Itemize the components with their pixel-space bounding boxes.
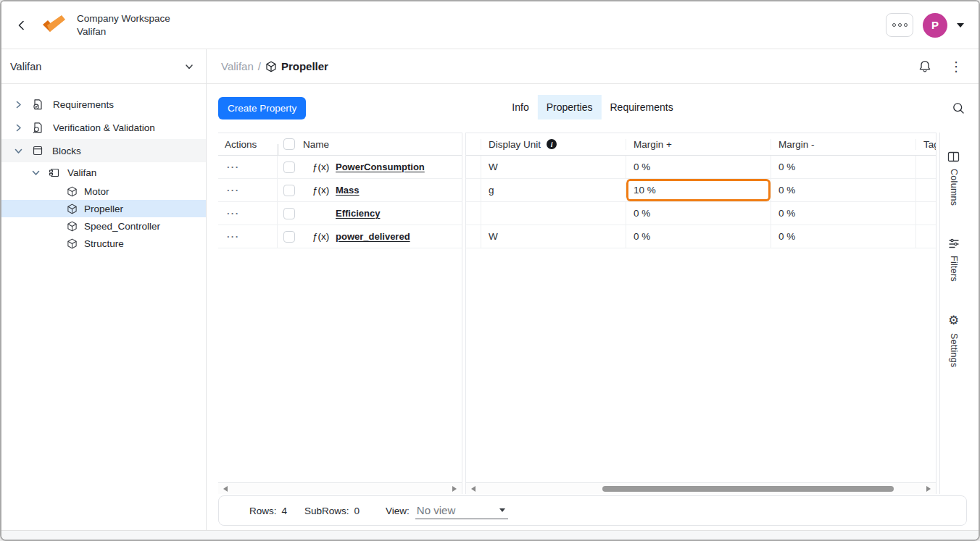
rail-item-label: Settings (949, 333, 959, 368)
row-checkbox[interactable] (283, 208, 295, 219)
margin-plus-cell-highlighted[interactable]: 10 % (626, 179, 771, 201)
valispace-logo-icon (41, 13, 67, 38)
margin-plus-cell[interactable]: 0 % (626, 225, 771, 248)
table-row: ··· ƒ(x) PowerConsumption (218, 156, 462, 179)
view-select-caret-icon (499, 508, 505, 512)
tags-cell[interactable] (915, 179, 937, 201)
sidebar-item-speed-controller[interactable]: Speed_Controller (1, 217, 206, 235)
property-name-link[interactable]: power_delivered (336, 231, 410, 242)
column-header-display-unit[interactable]: Display Unit i (481, 139, 626, 150)
horizontal-scrollbar-left[interactable] (218, 482, 462, 494)
property-name-link[interactable]: PowerConsumption (336, 162, 425, 172)
chevron-down-icon[interactable] (14, 146, 23, 156)
cube-icon (67, 186, 78, 197)
cube-icon (67, 221, 78, 232)
sidebar-item-motor[interactable]: Motor (1, 183, 206, 200)
sidebar-item-propeller[interactable]: Propeller (1, 200, 206, 217)
search-button[interactable] (950, 100, 967, 117)
column-header-name[interactable]: Name (278, 138, 462, 150)
scrollbar-thumb[interactable] (602, 486, 894, 492)
workspace-name: Company Workspace (77, 12, 170, 25)
more-options-button[interactable] (886, 13, 913, 37)
property-name-link[interactable]: Mass (336, 185, 360, 196)
subrows-label: SubRows: (304, 506, 349, 516)
margin-minus-cell[interactable]: 0 % (771, 156, 915, 178)
notifications-bell-icon[interactable] (918, 59, 932, 74)
sidebar-item-label: Propeller (84, 204, 123, 214)
tab-info[interactable]: Info (503, 95, 537, 119)
row-actions-icon[interactable]: ··· (218, 225, 278, 248)
user-menu-caret-icon[interactable] (957, 23, 964, 28)
subrows-count: 0 (354, 506, 360, 516)
breadcrumb-parent[interactable]: Valifan (221, 60, 254, 72)
rail-item-filters[interactable]: Filters (948, 238, 960, 282)
blocks-icon (32, 145, 43, 156)
window-bottom-strip (1, 530, 979, 540)
tab-properties[interactable]: Properties (538, 95, 602, 119)
side-rail: Columns Filters ⚙ Settings (939, 133, 967, 494)
row-actions-icon[interactable]: ··· (218, 156, 278, 178)
workspace-project-name: Valifan (77, 25, 170, 38)
gear-icon: ⚙ (948, 314, 959, 327)
chevron-right-icon[interactable] (14, 123, 23, 133)
row-actions-icon[interactable]: ··· (218, 179, 278, 201)
display-unit-cell[interactable] (481, 202, 626, 225)
table-status-bar: Rows: 4 SubRows: 0 View: No view (218, 495, 967, 526)
display-unit-cell[interactable]: W (481, 225, 626, 248)
row-checkbox[interactable] (283, 231, 295, 243)
table-scroll-pane: Display Unit i Margin + Margin - Tags W … (465, 133, 937, 494)
info-icon[interactable]: i (547, 139, 557, 149)
chevron-right-icon[interactable] (14, 100, 23, 109)
scroll-right-arrow-icon[interactable] (452, 486, 457, 492)
breadcrumb: Valifan / Propeller (221, 60, 328, 72)
formula-icon: ƒ(x) (312, 162, 336, 172)
sidebar-item-label: Valifan (67, 167, 96, 178)
user-avatar[interactable]: P (923, 13, 947, 38)
row-checkbox[interactable] (283, 185, 295, 196)
display-unit-cell[interactable]: W (481, 156, 626, 178)
tags-cell[interactable] (915, 202, 937, 225)
column-header-actions[interactable]: Actions (218, 139, 278, 150)
search-icon (952, 101, 966, 115)
chevron-down-icon (184, 62, 194, 72)
column-header-margin-minus[interactable]: Margin - (771, 139, 915, 150)
scroll-left-arrow-icon[interactable] (471, 486, 476, 492)
sidebar-item-requirements[interactable]: Requirements (1, 93, 206, 116)
column-header-margin-plus[interactable]: Margin + (626, 139, 771, 150)
rail-item-columns[interactable]: Columns (947, 151, 960, 206)
sidebar-item-valifan[interactable]: Valifan (1, 162, 206, 183)
view-select[interactable]: No view (415, 503, 508, 519)
margin-plus-cell[interactable]: 0 % (626, 156, 771, 178)
tab-requirements[interactable]: Requirements (602, 95, 682, 119)
margin-plus-cell[interactable]: 0 % (626, 202, 771, 225)
column-header-tags[interactable]: Tags (915, 139, 937, 150)
tags-cell[interactable] (915, 225, 937, 248)
margin-minus-cell[interactable]: 0 % (771, 225, 915, 248)
sidebar-item-structure[interactable]: Structure (1, 235, 206, 252)
cube-icon (67, 238, 78, 249)
property-name-link[interactable]: Efficiency (336, 208, 380, 219)
sidebar-item-verification-validation[interactable]: Verification & Validation (1, 116, 206, 139)
display-unit-cell[interactable]: g (481, 179, 626, 201)
margin-minus-cell[interactable]: 0 % (771, 179, 915, 201)
project-selector[interactable]: Valifan (1, 49, 206, 84)
margin-minus-cell[interactable]: 0 % (771, 202, 915, 225)
row-checkbox[interactable] (283, 162, 295, 173)
row-actions-icon[interactable]: ··· (218, 202, 278, 225)
select-all-checkbox[interactable] (283, 138, 295, 150)
scroll-left-arrow-icon[interactable] (223, 486, 228, 492)
kebab-menu-icon[interactable]: ⋮ (950, 60, 963, 73)
chevron-down-icon[interactable] (31, 168, 41, 177)
cube-icon (265, 61, 277, 72)
table-row: g 10 % 0 % (466, 179, 936, 202)
horizontal-scrollbar-right[interactable] (466, 482, 936, 494)
rail-item-label: Filters (949, 256, 959, 282)
tags-cell[interactable] (915, 156, 937, 178)
create-property-button[interactable]: Create Property (218, 97, 306, 119)
column-header-display-unit-label: Display Unit (489, 139, 541, 150)
scroll-right-arrow-icon[interactable] (926, 486, 931, 492)
table-header-row: Display Unit i Margin + Margin - Tags (466, 133, 936, 156)
back-button[interactable] (13, 17, 30, 34)
sidebar-item-blocks[interactable]: Blocks (1, 139, 206, 162)
rail-item-settings[interactable]: ⚙ Settings (948, 314, 959, 368)
